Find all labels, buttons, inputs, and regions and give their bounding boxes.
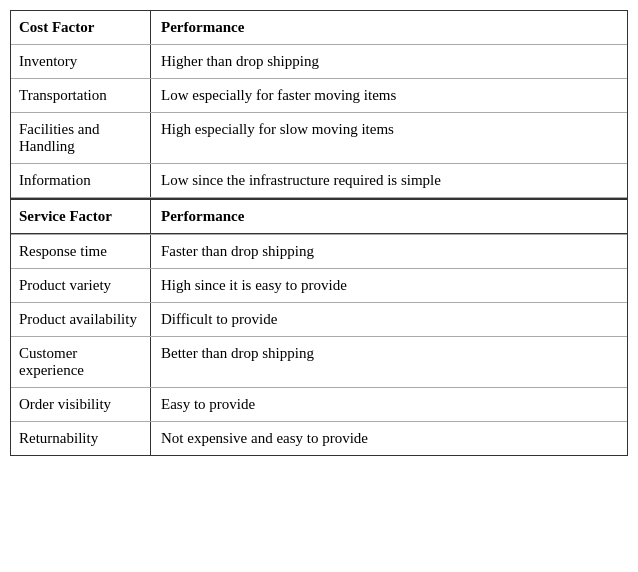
row-factor: Product variety bbox=[11, 269, 151, 302]
cost-header-row: Cost Factor Performance bbox=[11, 11, 627, 45]
table-row: Product variety High since it is easy to… bbox=[11, 269, 627, 303]
row-factor: Returnability bbox=[11, 422, 151, 455]
table-row: Returnability Not expensive and easy to … bbox=[11, 422, 627, 455]
row-performance: Better than drop shipping bbox=[151, 337, 627, 387]
row-factor: Facilities and Handling bbox=[11, 113, 151, 163]
row-performance: Not expensive and easy to provide bbox=[151, 422, 627, 455]
row-performance: High since it is easy to provide bbox=[151, 269, 627, 302]
table-row: Transportation Low especially for faster… bbox=[11, 79, 627, 113]
row-factor: Information bbox=[11, 164, 151, 197]
comparison-table: Cost Factor Performance Inventory Higher… bbox=[10, 10, 628, 456]
row-performance: Difficult to provide bbox=[151, 303, 627, 336]
row-factor: Customer experience bbox=[11, 337, 151, 387]
table-row: Order visibility Easy to provide bbox=[11, 388, 627, 422]
row-performance: Low since the infrastructure required is… bbox=[151, 164, 627, 197]
performance-header: Performance bbox=[151, 11, 627, 44]
row-performance: Low especially for faster moving items bbox=[151, 79, 627, 112]
row-performance: Higher than drop shipping bbox=[151, 45, 627, 78]
row-factor: Response time bbox=[11, 235, 151, 268]
table-row: Inventory Higher than drop shipping bbox=[11, 45, 627, 79]
table-row: Response time Faster than drop shipping bbox=[11, 235, 627, 269]
table-row: Product availability Difficult to provid… bbox=[11, 303, 627, 337]
table-row: Facilities and Handling High especially … bbox=[11, 113, 627, 164]
table-row: Customer experience Better than drop shi… bbox=[11, 337, 627, 388]
cost-factor-header: Cost Factor bbox=[11, 11, 151, 44]
service-header-row: Service Factor Performance bbox=[11, 198, 627, 235]
row-performance: High especially for slow moving items bbox=[151, 113, 627, 163]
row-factor: Order visibility bbox=[11, 388, 151, 421]
service-factor-header: Service Factor bbox=[11, 199, 151, 234]
row-performance: Easy to provide bbox=[151, 388, 627, 421]
table-row: Information Low since the infrastructure… bbox=[11, 164, 627, 198]
row-factor: Inventory bbox=[11, 45, 151, 78]
service-performance-header: Performance bbox=[151, 199, 627, 234]
row-performance: Faster than drop shipping bbox=[151, 235, 627, 268]
row-factor: Product availability bbox=[11, 303, 151, 336]
row-factor: Transportation bbox=[11, 79, 151, 112]
